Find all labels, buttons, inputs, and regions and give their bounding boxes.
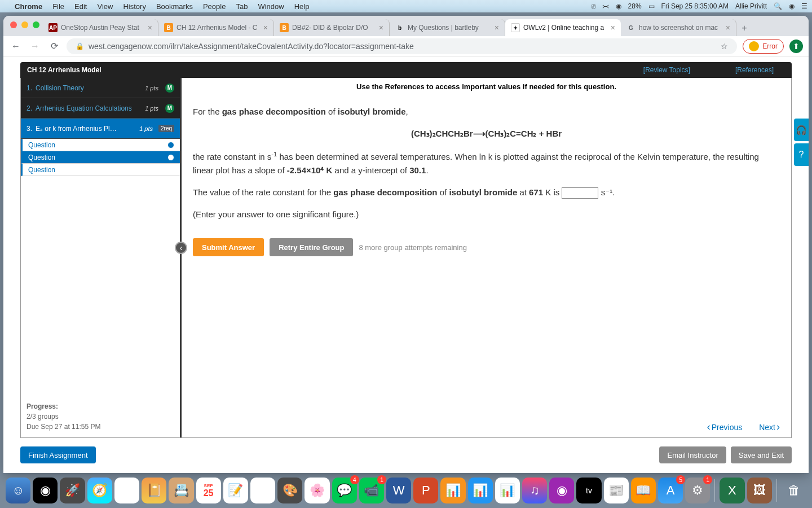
dock-music[interactable]: ♫ [522,478,547,503]
progress-label: Progress: [27,401,174,411]
bluetooth-icon[interactable]: ᚛᚜ [602,2,609,10]
sub-question-1[interactable]: Question [21,139,180,151]
dock-app[interactable]: 📊 [440,478,465,503]
tab-close-icon[interactable]: × [611,23,615,32]
main-layout: 1. Collision Theory 1 pts M 2. Arrhenius… [20,78,792,438]
tab-db2[interactable]: BDB#2- DID & Bipolar D/O× [274,19,390,36]
dock-powerpoint[interactable]: P [413,478,438,503]
sub-question-2[interactable]: Question [21,151,180,164]
previous-link[interactable]: ‹Previous [707,421,742,433]
references-link[interactable]: [References] [735,66,774,74]
window-close[interactable] [10,21,17,28]
dock-books[interactable]: 📖 [631,478,656,503]
dock-trash[interactable]: 🗑 [782,478,806,503]
menu-people[interactable]: People [203,2,226,11]
collapse-sidebar-button[interactable]: ‹ [175,242,187,254]
dock-notes[interactable]: 📝 [223,478,248,503]
tab-google[interactable]: Ghow to screenshot on mac× [621,19,736,36]
tab-onestop[interactable]: APOneStop Austin Peay Stat× [43,19,158,36]
tab-close-icon[interactable]: × [148,23,152,32]
menu-tab[interactable]: Tab [236,2,248,11]
sub-question-3[interactable]: Question [21,164,180,176]
profile-error-badge[interactable]: Error [743,39,784,54]
retry-group-button[interactable]: Retry Entire Group [270,238,353,256]
finish-assignment-button[interactable]: Finish Assignment [20,446,96,463]
dock-facetime[interactable]: 📹1 [359,478,384,503]
dock-appletv[interactable]: tv [576,478,601,503]
dock-reminders[interactable]: ☑ [250,478,275,503]
window-maximize[interactable] [33,21,39,28]
wifi-icon[interactable]: ◉ [616,2,621,10]
address-bar[interactable]: 🔒 west.cengagenow.com/ilrn/takeAssignmen… [67,38,737,54]
app-name[interactable]: Chrome [15,2,42,11]
window-minimize[interactable] [21,21,28,28]
assignment-title: CH 12 Arrhenius Model [27,66,102,74]
dock-settings[interactable]: ⚙1 [685,478,710,503]
help-question-icon[interactable]: ? [794,143,809,166]
dock-safari[interactable]: 🧭 [87,478,112,503]
menu-window[interactable]: Window [258,2,284,11]
submit-answer-button[interactable]: Submit Answer [193,238,264,256]
sidebar-item-equation[interactable]: 2. Arrhenius Equation Calculations 1 pts… [21,98,180,119]
dock-messages[interactable]: 💬4 [332,478,357,503]
control-center-icon[interactable]: ☰ [801,2,807,10]
email-instructor-button[interactable]: Email Instructor [659,446,726,463]
dock-launchpad[interactable]: ◉ [33,478,58,503]
sidebar-item-collision[interactable]: 1. Collision Theory 1 pts M [21,78,180,98]
dock-chrome[interactable]: ◉ [114,478,139,503]
dock-app[interactable]: 🖼 [747,478,772,503]
forward-button[interactable]: → [28,40,42,53]
tab-label: OWLv2 | Online teaching a [523,24,604,32]
dock-keynote[interactable]: 📊 [468,478,493,503]
tab-owlv2[interactable]: ✦OWLv2 | Online teaching a× [505,19,621,36]
dock-photos[interactable]: 🌸 [304,478,329,503]
menu-history[interactable]: History [123,2,145,11]
screen-mirror-icon[interactable]: ⎚ [592,2,595,10]
dock-excel[interactable]: X [720,478,744,503]
reload-button[interactable]: ⟳ [47,40,61,53]
spotlight-icon[interactable]: 🔍 [774,2,782,10]
dock-word[interactable]: W [386,478,411,503]
battery-icon[interactable]: ▭ [648,2,655,10]
bookmark-star-icon[interactable]: ☆ [721,42,728,51]
tab-bartleby[interactable]: bMy Questions | bartleby× [390,19,505,36]
dock-podcasts[interactable]: ◉ [549,478,574,503]
dock-app[interactable]: 🚀 [60,478,85,503]
tab-close-icon[interactable]: × [495,23,499,32]
back-button[interactable]: ← [9,40,23,53]
review-topics-link[interactable]: [Review Topics] [643,66,690,74]
tab-label: My Questions | bartleby [408,24,479,32]
battery-percent: 28% [628,2,642,10]
dock-news[interactable]: 📰 [604,478,629,503]
tab-close-icon[interactable]: × [379,23,383,32]
answer-input[interactable] [562,187,598,199]
tab-close-icon[interactable]: × [726,23,730,32]
tab-label: CH 12 Arrhenius Model - C [176,24,257,32]
dock-contacts[interactable]: 📇 [169,478,193,503]
user-name[interactable]: Allie Privitt [735,2,767,10]
menu-file[interactable]: File [52,2,64,11]
menu-help[interactable]: Help [294,2,310,11]
next-link[interactable]: Next› [759,421,780,433]
assignment-header: CH 12 Arrhenius Model [Review Topics] [R… [20,62,792,78]
dock-app[interactable]: 🎨 [277,478,302,503]
menu-bookmarks[interactable]: Bookmarks [156,2,193,11]
dock-app[interactable]: 📊 [495,478,520,503]
dock-appstore[interactable]: A5 [658,478,683,503]
help-headset-icon[interactable]: 🎧 [794,119,809,141]
extension-button[interactable]: ⬆ [789,40,803,53]
datetime[interactable]: Fri Sep 25 8:35:00 AM [661,2,729,10]
menu-view[interactable]: View [97,2,113,11]
tab-bar: APOneStop Austin Peay Stat× BCH 12 Arrhe… [3,16,809,36]
tab-arrhenius[interactable]: BCH 12 Arrhenius Model - C× [158,19,274,36]
tab-close-icon[interactable]: × [263,23,268,32]
dock-finder[interactable]: ☺ [6,478,30,503]
new-tab-button[interactable]: + [736,20,752,36]
sidebar-item-plot[interactable]: 3. Eₐ or k from Arrhenius Plot Infor… 1 … [21,119,180,139]
menu-edit[interactable]: Edit [74,2,87,11]
save-exit-button[interactable]: Save and Exit [731,446,792,463]
dock-app[interactable]: 📔 [142,478,166,503]
siri-icon[interactable]: ◉ [789,2,795,10]
dock-calendar[interactable]: SEP25 [196,478,221,503]
badge: 5 [676,475,685,484]
